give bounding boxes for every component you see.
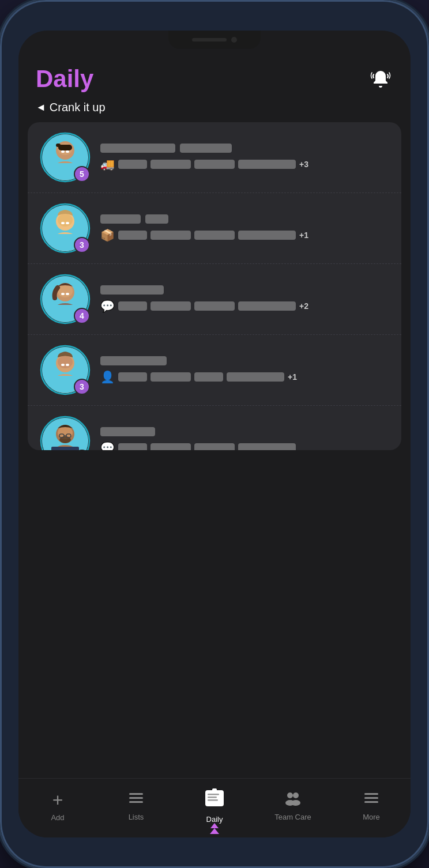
svg-rect-48 — [51, 447, 79, 450]
more-icon — [363, 790, 379, 810]
item-content: 👤 +1 — [100, 356, 390, 384]
active-indicator — [210, 823, 219, 828]
notch — [168, 31, 261, 49]
back-arrow-icon: ◄ — [36, 101, 46, 114]
breadcrumb-text: Crank it up — [50, 101, 106, 114]
badge: 3 — [74, 237, 90, 253]
svg-point-41 — [66, 364, 69, 366]
avatar: 4 — [39, 273, 91, 325]
svg-point-39 — [58, 356, 73, 368]
svg-point-30 — [61, 293, 65, 295]
svg-rect-67 — [205, 790, 224, 806]
item-content: 💬 — [100, 427, 390, 450]
badge: 3 — [74, 379, 90, 395]
phone-screen: Daily ◄ Crank it up — [18, 31, 411, 837]
avatar: 3 — [39, 202, 91, 254]
svg-point-72 — [287, 792, 293, 798]
badge: 4 — [74, 308, 90, 324]
svg-rect-70 — [208, 799, 218, 801]
svg-point-29 — [58, 285, 73, 297]
avatar: 3 — [39, 344, 91, 396]
add-icon: + — [52, 790, 63, 811]
svg-rect-76 — [364, 793, 378, 795]
card-list: 5 🚚 +3 — [28, 122, 401, 450]
list-item[interactable]: 3 👤 +1 — [28, 335, 401, 406]
svg-rect-65 — [129, 797, 143, 799]
lists-icon — [128, 790, 144, 810]
nav-item-add[interactable]: + Add — [18, 790, 97, 822]
box-icon: 📦 — [100, 228, 115, 242]
svg-rect-71 — [212, 788, 217, 792]
person-icon: 👤 — [100, 370, 115, 384]
item-content: 💬 +2 — [100, 285, 390, 313]
svg-rect-69 — [208, 797, 217, 798]
svg-point-40 — [61, 364, 65, 366]
svg-point-31 — [66, 293, 69, 295]
svg-rect-77 — [364, 797, 378, 799]
svg-point-21 — [66, 222, 69, 224]
breadcrumb[interactable]: ◄ Crank it up — [18, 99, 411, 122]
phone-shell: Daily ◄ Crank it up — [0, 0, 429, 868]
bottom-nav: + Add Lists — [18, 778, 411, 837]
nav-item-team-care[interactable]: Team Care — [254, 790, 332, 821]
nav-item-lists[interactable]: Lists — [97, 790, 175, 821]
chat-icon: 💬 — [100, 299, 115, 313]
item-content: 📦 +1 — [100, 214, 390, 242]
nav-label-team-care: Team Care — [274, 813, 311, 821]
svg-rect-78 — [364, 801, 378, 803]
svg-point-75 — [291, 800, 300, 806]
daily-icon — [204, 788, 225, 813]
avatar: 2 — [39, 415, 91, 450]
list-item[interactable]: 4 💬 +2 — [28, 264, 401, 335]
header: Daily — [18, 54, 411, 99]
list-item[interactable]: 5 🚚 +3 — [28, 122, 401, 193]
truck-icon: 🚚 — [100, 157, 115, 171]
nav-item-daily[interactable]: Daily — [175, 788, 254, 824]
nav-label-more: More — [363, 813, 380, 821]
nav-label-add: Add — [51, 813, 64, 822]
svg-point-73 — [293, 792, 299, 798]
notch-speaker — [192, 38, 227, 41]
badge: 5 — [74, 166, 90, 182]
list-item[interactable]: 2 💬 — [28, 406, 401, 450]
list-item[interactable]: 3 📦 +1 — [28, 193, 401, 264]
svg-rect-68 — [208, 794, 219, 795]
notch-camera — [231, 37, 237, 43]
item-content: 🚚 +3 — [100, 144, 390, 171]
svg-point-10 — [61, 150, 65, 153]
svg-point-20 — [61, 222, 65, 224]
svg-rect-9 — [56, 144, 61, 147]
page-title: Daily — [36, 65, 93, 93]
svg-point-11 — [66, 150, 69, 153]
avatar: 5 — [39, 131, 91, 183]
svg-rect-66 — [129, 801, 143, 803]
nav-item-more[interactable]: More — [332, 790, 411, 821]
nav-label-daily: Daily — [206, 815, 223, 824]
svg-point-19 — [58, 214, 73, 227]
chat-plus-icon: 💬 — [100, 441, 115, 450]
svg-rect-64 — [129, 793, 143, 795]
bell-icon[interactable] — [368, 66, 393, 92]
team-care-icon — [284, 790, 302, 810]
screen-content: Daily ◄ Crank it up — [18, 31, 411, 837]
nav-label-lists: Lists — [129, 813, 144, 821]
